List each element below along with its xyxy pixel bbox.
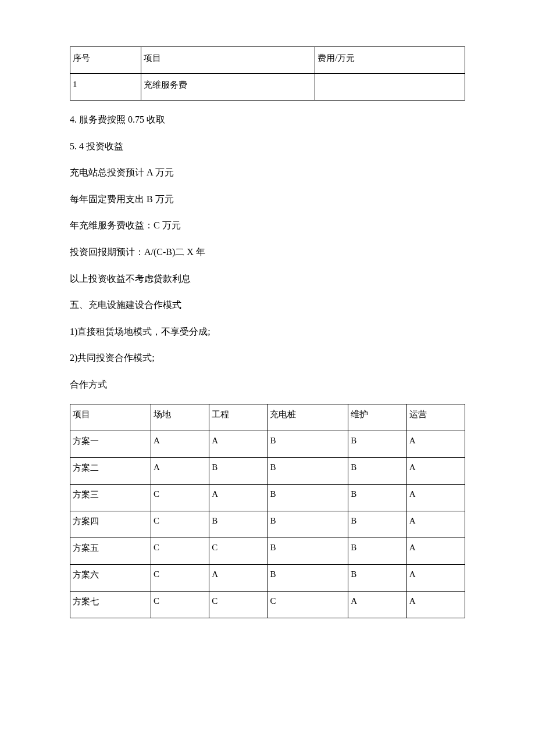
table-row: 1 充维服务费	[70, 74, 465, 101]
cell-engineering: A	[209, 431, 268, 457]
cell-engineering: A	[209, 484, 268, 511]
cell-charger: B	[268, 457, 348, 484]
cell-charger: C	[268, 591, 348, 618]
table-row: 方案五 C C B B A	[70, 538, 465, 564]
cell-charger: B	[268, 511, 348, 538]
paragraph-investment-return-heading: 5. 4 投资收益	[70, 139, 465, 154]
table-row: 方案六 C A B B A	[70, 564, 465, 591]
paragraph-annual-fixed-cost: 每年固定费用支出 B 万元	[70, 192, 465, 207]
table-row: 方案二 A B B B A	[70, 457, 465, 484]
cell-engineering: C	[209, 591, 268, 618]
fee-table: 序号 项目 费用/万元 1 充维服务费	[70, 46, 465, 101]
table-row: 方案七 C C C A A	[70, 591, 465, 618]
cell-fee	[315, 74, 465, 101]
col-header-project: 项目	[141, 47, 315, 74]
col-header-fee: 费用/万元	[315, 47, 465, 74]
cell-project: 充维服务费	[141, 74, 315, 101]
cell-site: A	[151, 431, 209, 457]
paragraph-mode-2: 2)共同投资合作模式;	[70, 350, 465, 366]
cell-operation: A	[406, 457, 465, 484]
cell-charger: B	[268, 564, 348, 591]
cell-engineering: B	[209, 457, 268, 484]
paragraph-total-investment: 充电站总投资预计 A 万元	[70, 165, 465, 180]
cell-engineering: A	[209, 564, 268, 591]
cell-operation: A	[406, 511, 465, 538]
cell-seq: 1	[70, 74, 141, 101]
col-header-engineering: 工程	[209, 404, 268, 431]
col-header-site: 场地	[151, 404, 209, 431]
cell-charger: B	[268, 484, 348, 511]
cell-plan: 方案三	[70, 484, 151, 511]
cell-site: C	[151, 511, 209, 538]
cell-maintenance: B	[348, 431, 406, 457]
cell-site: C	[151, 484, 209, 511]
paragraph-service-fee-rate: 4. 服务费按照 0.75 收取	[70, 112, 465, 127]
cell-maintenance: A	[348, 591, 406, 618]
cell-maintenance: B	[348, 484, 406, 511]
cell-site: A	[151, 457, 209, 484]
cell-maintenance: B	[348, 511, 406, 538]
paragraph-annual-service-revenue: 年充维服务费收益：C 万元	[70, 218, 465, 233]
cell-operation: A	[406, 564, 465, 591]
cell-operation: A	[406, 591, 465, 618]
cell-engineering: B	[209, 511, 268, 538]
cell-operation: A	[406, 538, 465, 564]
table-row: 方案四 C B B B A	[70, 511, 465, 538]
table-header-row: 项目 场地 工程 充电桩 维护 运营	[70, 404, 465, 431]
paragraph-mode-1: 1)直接租赁场地模式，不享受分成;	[70, 324, 465, 339]
table-row: 方案三 C A B B A	[70, 484, 465, 511]
cell-engineering: C	[209, 538, 268, 564]
cell-plan: 方案六	[70, 564, 151, 591]
cell-site: C	[151, 564, 209, 591]
table-row: 方案一 A A B B A	[70, 431, 465, 457]
document-page: 序号 项目 费用/万元 1 充维服务费 4. 服务费按照 0.75 收取 5. …	[0, 0, 535, 681]
paragraph-section-five-heading: 五、充电设施建设合作模式	[70, 298, 465, 313]
col-header-maintenance: 维护	[348, 404, 406, 431]
cell-plan: 方案一	[70, 431, 151, 457]
cell-operation: A	[406, 431, 465, 457]
cell-maintenance: B	[348, 457, 406, 484]
col-header-operation: 运营	[406, 404, 465, 431]
table-header-row: 序号 项目 费用/万元	[70, 47, 465, 74]
cell-plan: 方案五	[70, 538, 151, 564]
cell-maintenance: B	[348, 564, 406, 591]
cell-maintenance: B	[348, 538, 406, 564]
cell-charger: B	[268, 538, 348, 564]
cooperation-table: 项目 场地 工程 充电桩 维护 运营 方案一 A A B B A 方案二 A B…	[70, 404, 465, 618]
cell-plan: 方案四	[70, 511, 151, 538]
col-header-charger: 充电桩	[268, 404, 348, 431]
cell-plan: 方案七	[70, 591, 151, 618]
paragraph-payback-period: 投资回报期预计：A/(C-B)二 X 年	[70, 245, 465, 260]
cell-plan: 方案二	[70, 457, 151, 484]
paragraph-investment-note: 以上投资收益不考虑贷款利息	[70, 271, 465, 286]
col-header-project: 项目	[70, 404, 151, 431]
cell-operation: A	[406, 484, 465, 511]
cell-site: C	[151, 591, 209, 618]
paragraph-cooperation-method: 合作方式	[70, 377, 465, 392]
cell-charger: B	[268, 431, 348, 457]
cell-site: C	[151, 538, 209, 564]
col-header-seq: 序号	[70, 47, 141, 74]
